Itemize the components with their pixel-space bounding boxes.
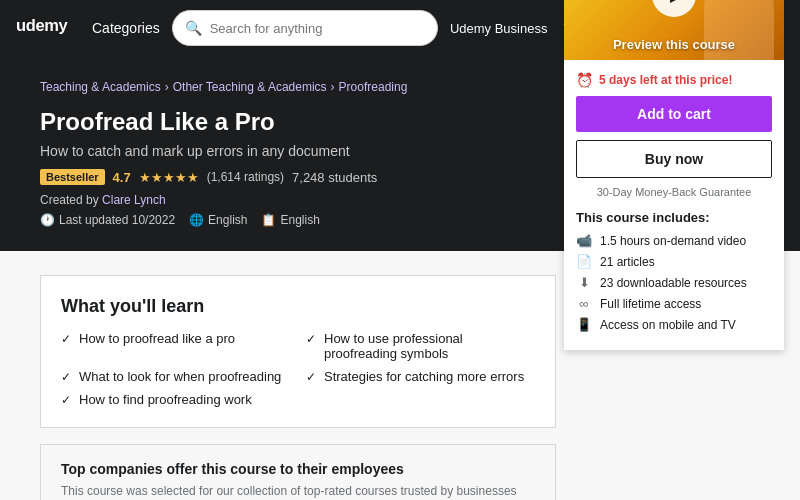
video-icon: 📹 <box>576 233 592 248</box>
rating-row: Bestseller 4.7 ★★★★★ (1,614 ratings) 7,2… <box>40 169 564 185</box>
learn-item-5: ✓ Strategies for catching more errors <box>306 369 535 384</box>
search-icon: 🔍 <box>185 20 202 36</box>
rating-count: (1,614 ratings) <box>207 170 284 184</box>
language-meta-1: 🌐 English <box>189 213 247 227</box>
learn-item-2-text: What to look for when proofreading <box>79 369 281 384</box>
search-bar[interactable]: 🔍 <box>172 10 438 46</box>
includes-title: This course includes: <box>576 210 772 225</box>
breadcrumb-sep-2: › <box>331 80 335 94</box>
course-title: Proofread Like a Pro <box>40 106 564 137</box>
includes-video-text: 1.5 hours on-demand video <box>600 234 746 248</box>
breadcrumb-sep-1: › <box>165 80 169 94</box>
svg-text:udemy: udemy <box>16 16 69 34</box>
includes-video: 📹 1.5 hours on-demand video <box>576 233 772 248</box>
learn-item-3-text: How to find proofreading work <box>79 392 252 407</box>
learn-item-4: ✓ How to use professional proofreading s… <box>306 331 535 361</box>
check-icon-4: ✓ <box>306 332 316 346</box>
learn-title: What you'll learn <box>61 296 535 317</box>
price-timer: ⏰ 5 days left at this price! <box>576 72 772 88</box>
meta-row: 🕐 Last updated 10/2022 🌐 English 📋 Engli… <box>40 213 564 227</box>
card-body: ⏰ 5 days left at this price! Add to cart… <box>564 60 784 350</box>
created-by: Created by Clare Lynch <box>40 193 564 207</box>
course-card: Preview this course ⏰ 5 days left at thi… <box>564 0 784 350</box>
check-icon-3: ✓ <box>61 393 71 407</box>
article-icon: 📄 <box>576 254 592 269</box>
clock-icon: 🕐 <box>40 213 55 227</box>
check-icon-5: ✓ <box>306 370 316 384</box>
udemy-business-link[interactable]: Udemy Business <box>450 21 548 36</box>
preview-label: Preview this course <box>564 37 784 52</box>
add-to-cart-button[interactable]: Add to cart <box>576 96 772 132</box>
includes-articles: 📄 21 articles <box>576 254 772 269</box>
includes-lifetime: ∞ Full lifetime access <box>576 296 772 311</box>
breadcrumb: Teaching & Academics › Other Teaching & … <box>40 80 564 94</box>
includes-mobile-text: Access on mobile and TV <box>600 318 736 332</box>
timer-text: 5 days left at this price! <box>599 73 732 87</box>
buy-now-button[interactable]: Buy now <box>576 140 772 178</box>
learn-item-1: ✓ How to proofread like a pro <box>61 331 290 361</box>
includes-resources-text: 23 downloadable resources <box>600 276 747 290</box>
learn-item-5-text: Strategies for catching more errors <box>324 369 524 384</box>
companies-box: Top companies offer this course to their… <box>40 444 556 500</box>
course-subtitle: How to catch and mark up errors in any d… <box>40 143 564 159</box>
content-area: What you'll learn ✓ How to proofread lik… <box>0 251 580 500</box>
includes-resources: ⬇ 23 downloadable resources <box>576 275 772 290</box>
learn-grid: ✓ How to proofread like a pro ✓ How to u… <box>61 331 535 407</box>
companies-title: Top companies offer this course to their… <box>61 461 535 477</box>
caption-icon: 📋 <box>261 213 276 227</box>
udemy-logo[interactable]: udemy <box>16 12 76 45</box>
timer-icon: ⏰ <box>576 72 593 88</box>
mobile-icon: 📱 <box>576 317 592 332</box>
search-input[interactable] <box>210 21 425 36</box>
author-link[interactable]: Clare Lynch <box>102 193 166 207</box>
breadcrumb-item-3[interactable]: Proofreading <box>339 80 408 94</box>
guarantee-text: 30-Day Money-Back Guarantee <box>576 186 772 198</box>
rating-stars: ★★★★★ <box>139 170 199 185</box>
updated-meta: 🕐 Last updated 10/2022 <box>40 213 175 227</box>
hero-content: Teaching & Academics › Other Teaching & … <box>40 80 564 227</box>
hero-section: Teaching & Academics › Other Teaching & … <box>0 56 800 251</box>
learn-item-4-text: How to use professional proofreading sym… <box>324 331 535 361</box>
globe-icon: 🌐 <box>189 213 204 227</box>
learn-item-1-text: How to proofread like a pro <box>79 331 235 346</box>
categories-button[interactable]: Categories <box>92 20 160 36</box>
includes-lifetime-text: Full lifetime access <box>600 297 701 311</box>
language-meta-2: 📋 English <box>261 213 319 227</box>
learn-item-3: ✓ How to find proofreading work <box>61 392 290 407</box>
breadcrumb-item-2[interactable]: Other Teaching & Academics <box>173 80 327 94</box>
students-count: 7,248 students <box>292 170 377 185</box>
download-icon: ⬇ <box>576 275 592 290</box>
bestseller-badge: Bestseller <box>40 169 105 185</box>
learn-item-2: ✓ What to look for when proofreading <box>61 369 290 384</box>
check-icon-2: ✓ <box>61 370 71 384</box>
infinity-icon: ∞ <box>576 296 592 311</box>
learn-box: What you'll learn ✓ How to proofread lik… <box>40 275 556 428</box>
course-preview-thumbnail[interactable]: Preview this course <box>564 0 784 60</box>
includes-articles-text: 21 articles <box>600 255 655 269</box>
rating-number: 4.7 <box>113 170 131 185</box>
breadcrumb-item-1[interactable]: Teaching & Academics <box>40 80 161 94</box>
companies-desc: This course was selected for our collect… <box>61 483 535 500</box>
includes-mobile: 📱 Access on mobile and TV <box>576 317 772 332</box>
check-icon-1: ✓ <box>61 332 71 346</box>
